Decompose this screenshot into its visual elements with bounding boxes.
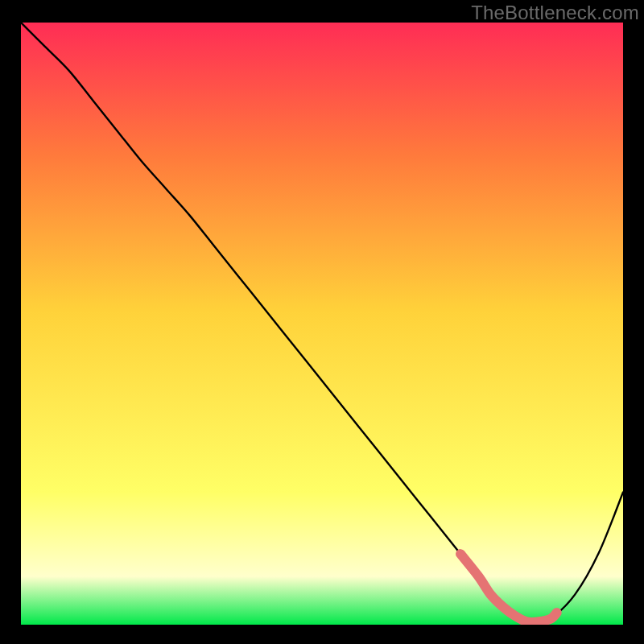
bottleneck-plot	[21, 23, 623, 625]
plot-svg	[21, 23, 623, 625]
watermark-text: TheBottleneck.com	[471, 2, 639, 24]
gradient-panel	[21, 23, 623, 625]
chart-frame: TheBottleneck.com	[0, 0, 644, 644]
